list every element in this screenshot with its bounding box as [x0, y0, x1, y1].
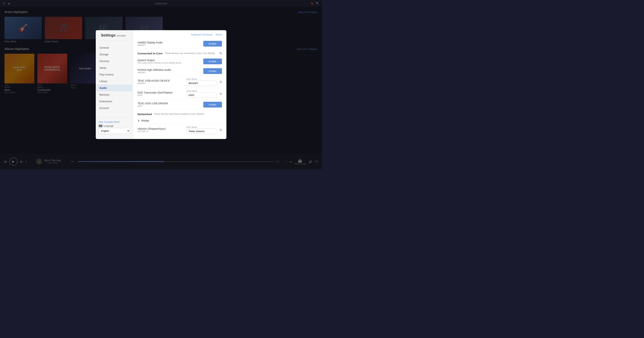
device-system-name: System Output — [138, 59, 203, 62]
device-system-output: System Output This audio device will pla… — [138, 57, 222, 66]
nav-audio[interactable]: Audio — [96, 85, 132, 91]
settings-top-links: Keyboard Shortcuts About — [138, 33, 222, 36]
modal-overlay[interactable]: Settings NEC5800 General Storage Service… — [0, 0, 322, 169]
nav-play-actions[interactable]: Play Actions — [96, 71, 132, 78]
device-nvidia: NVIDIA High Definition Audio WASAPI Enab… — [138, 66, 222, 76]
teac-usb-gear-icon[interactable]: ⚙ — [219, 80, 222, 84]
volumio-zone-input[interactable] — [186, 129, 216, 134]
device-teac-asio-name: TEAC ASIO USB DRIVER — [138, 102, 203, 105]
device-teac-asio-info: TEAC ASIO USB DRIVER ASIO — [138, 102, 203, 107]
device-volumio-info: Volumio (ShairportSync) 192.168.x.x — [138, 127, 186, 133]
device-teac-usb-info: TEAC USB AUDIO DEVICE WASAPI — [138, 79, 186, 84]
settings-title: Settings NEC5800 — [98, 33, 131, 41]
translate-link[interactable]: Help Translate Roon! — [99, 121, 120, 123]
device-teac-usb-type: WASAPI — [138, 82, 186, 84]
teac-usb-zone-row: Zone Name ⚙ — [186, 78, 222, 86]
device-nvidia-enable-btn[interactable]: Enable — [203, 68, 222, 74]
teac-usb-zone-label: Zone Name — [186, 78, 216, 80]
device-dsd: DSD Transcoder (DoP/Native) ASIO Zone Na… — [138, 88, 222, 100]
about-link[interactable]: About — [216, 33, 222, 36]
refresh-icon[interactable]: ↻ — [220, 52, 222, 55]
settings-nav: General Storage Services Setup Play Acti… — [96, 44, 133, 111]
device-system-type: This audio device will play out the defa… — [138, 62, 203, 64]
nav-setup[interactable]: Setup — [96, 64, 132, 71]
nav-general[interactable]: General — [96, 44, 132, 51]
connected-to-core-section: Connected to Core These devices are conn… — [138, 52, 222, 55]
device-volumio-name: Volumio (ShairportSync) — [138, 127, 186, 130]
device-teac-asio-type: ASIO — [138, 105, 203, 107]
volumio-zone-row: Zone Name ⚙ — [186, 126, 222, 134]
airplay-label: Airplay — [141, 119, 149, 122]
device-intel-enable-btn[interactable]: Enable — [203, 41, 222, 47]
device-dsd-info: DSD Transcoder (DoP/Native) ASIO — [138, 91, 186, 96]
settings-modal: Settings NEC5800 General Storage Service… — [96, 30, 226, 139]
device-intel-type: WASAPI — [138, 44, 203, 46]
connected-to-core-label: Connected to Core — [138, 52, 162, 55]
device-nvidia-name: NVIDIA High Definition Audio — [138, 68, 203, 71]
volumio-gear-icon[interactable]: ⚙ — [219, 128, 222, 132]
dsd-zone-row: Zone Name ⚙ — [186, 90, 222, 98]
networked-section: Networked These devices have been locate… — [138, 113, 222, 116]
device-system-enable-btn[interactable]: Enable — [203, 58, 222, 64]
language-ad-icon: AD — [99, 125, 102, 127]
nav-library[interactable]: Library — [96, 78, 132, 85]
nav-backups[interactable]: Backups — [96, 91, 132, 98]
device-volumio-type: 192.168.x.x — [138, 130, 186, 133]
dsd-zone-label: Zone Name — [186, 90, 216, 92]
settings-subtitle: NEC5800 — [117, 35, 126, 37]
device-nvidia-type: WASAPI — [138, 71, 203, 74]
device-volumio: Volumio (ShairportSync) 192.168.x.x Zone… — [138, 124, 222, 136]
device-dsd-type: ASIO — [138, 94, 186, 96]
device-nvidia-info: NVIDIA High Definition Audio WASAPI — [138, 68, 203, 74]
device-teac-asio-enable-btn[interactable]: Enable — [203, 102, 222, 108]
nav-account[interactable]: Account — [96, 105, 132, 111]
airplay-icon: ⬆ — [138, 119, 140, 122]
connected-to-core-sub: These devices are connected to your Core… — [165, 52, 215, 55]
teac-usb-zone-input[interactable] — [186, 80, 216, 86]
dsd-zone-input[interactable] — [186, 92, 216, 98]
settings-content: Keyboard Shortcuts About Intel(R) Displa… — [133, 30, 226, 139]
device-airplay: ⬆ Airplay — [138, 117, 222, 124]
sidebar-bottom: Help Translate Roon! AD Language English… — [96, 118, 133, 136]
device-intel-audio: Intel(R) Display Audio WASAPI Enable — [138, 39, 222, 49]
airplay-device-info: ⬆ Airplay — [138, 119, 149, 122]
language-label: AD Language — [99, 125, 130, 127]
volumio-zone-label: Zone Name — [186, 126, 216, 128]
keyboard-shortcuts-link[interactable]: Keyboard Shortcuts — [191, 33, 212, 36]
nav-storage[interactable]: Storage — [96, 51, 132, 58]
device-teac-usb: TEAC USB AUDIO DEVICE WASAPI Zone Name ⚙ — [138, 76, 222, 88]
device-intel-info: Intel(R) Display Audio WASAPI — [138, 41, 203, 46]
device-teac-asio: TEAC ASIO USB DRIVER ASIO Enable — [138, 100, 222, 110]
networked-sub: These devices have been located on your … — [154, 113, 204, 115]
nav-extensions[interactable]: Extensions — [96, 98, 132, 105]
dsd-gear-icon[interactable]: ⚙ — [219, 92, 222, 96]
device-teac-usb-name: TEAC USB AUDIO DEVICE — [138, 79, 186, 82]
networked-label: Networked — [138, 113, 152, 116]
settings-sidebar: Settings NEC5800 General Storage Service… — [96, 30, 133, 139]
language-select[interactable]: English French German Spanish Japanese — [99, 128, 130, 134]
nav-services[interactable]: Services — [96, 58, 132, 64]
device-dsd-name: DSD Transcoder (DoP/Native) — [138, 91, 186, 94]
device-intel-name: Intel(R) Display Audio — [138, 41, 203, 44]
device-system-info: System Output This audio device will pla… — [138, 59, 203, 64]
